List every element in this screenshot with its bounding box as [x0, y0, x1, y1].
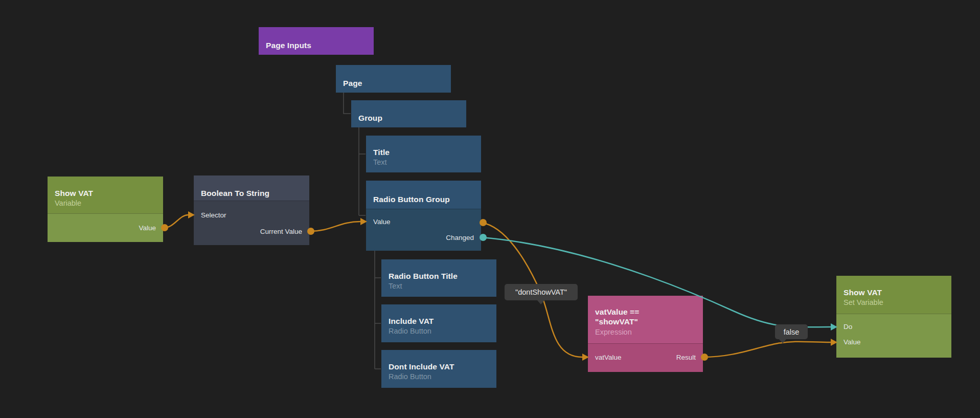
port-value[interactable]: Value: [836, 336, 951, 348]
node-title: Page: [343, 78, 444, 88]
node-title: Include VAT: [389, 316, 489, 326]
port-do[interactable]: Do: [836, 321, 951, 333]
port-changed[interactable]: Changed: [366, 232, 481, 244]
node-radio-button-group[interactable]: Radio Button Group Value Changed: [366, 181, 481, 251]
node-group[interactable]: Group: [351, 100, 466, 127]
port-selector[interactable]: Selector: [194, 209, 309, 222]
port-current-value[interactable]: Current Value: [194, 226, 309, 238]
node-subtitle: Expression: [595, 327, 696, 337]
node-title: Show VAT: [844, 288, 944, 297]
badge-pointer: [537, 300, 545, 304]
connection-value-badge: "dontShowVAT": [505, 284, 578, 300]
node-subtitle: Radio Button: [389, 326, 489, 336]
node-show-vat-set-variable[interactable]: Show VAT Set Variable Do Value: [836, 276, 951, 358]
port-result[interactable]: Result: [676, 351, 696, 364]
wire-result-to-setvalue[interactable]: [703, 342, 831, 357]
node-include-vat[interactable]: Include VAT Radio Button: [381, 304, 496, 342]
badge-label: false: [784, 328, 800, 336]
node-title: Radio Button Group: [373, 194, 474, 204]
wire-currentvalue-to-value[interactable]: [309, 222, 360, 231]
badge-label: "dontShowVAT": [515, 288, 567, 296]
node-title-line2: "showVAT": [595, 317, 696, 326]
node-radio-button-title[interactable]: Radio Button Title Text: [381, 259, 496, 297]
node-subtitle: Text: [373, 158, 474, 167]
node-page-inputs[interactable]: Page Inputs: [259, 27, 374, 55]
badge-pointer: [779, 339, 787, 343]
node-title-line1: vatValue ==: [595, 307, 696, 317]
node-title: Title: [373, 147, 474, 157]
tree-line-page-group: [344, 93, 351, 114]
node-expression[interactable]: vatValue == "showVAT" Expression vatValu…: [588, 296, 703, 372]
port-vatvalue[interactable]: vatValue: [595, 351, 622, 364]
node-editor-canvas[interactable]: Page Inputs Page Group Title Text Radio …: [0, 0, 980, 418]
node-page[interactable]: Page: [336, 65, 451, 93]
node-dont-include-vat[interactable]: Dont Include VAT Radio Button: [381, 350, 496, 388]
port-value[interactable]: Value: [366, 216, 481, 228]
wire-variable-to-selector[interactable]: [163, 215, 188, 228]
node-subtitle: Text: [389, 281, 489, 291]
port-value[interactable]: Value: [48, 222, 163, 234]
node-title: Dont Include VAT: [389, 362, 489, 371]
node-subtitle: Variable: [55, 199, 156, 208]
node-boolean-to-string[interactable]: Boolean To String Selector Current Value: [194, 175, 309, 245]
node-title: Show VAT: [55, 188, 156, 198]
node-title-text[interactable]: Title Text: [366, 136, 481, 172]
node-title: Group: [358, 113, 459, 123]
node-title: Radio Button Title: [389, 271, 489, 281]
node-subtitle: Set Variable: [844, 298, 944, 307]
node-title: Page Inputs: [266, 40, 367, 50]
node-title: Boolean To String: [201, 188, 302, 198]
connection-value-badge: false: [775, 324, 808, 339]
node-subtitle: Radio Button: [389, 372, 489, 382]
node-show-vat-variable[interactable]: Show VAT Variable Value: [48, 177, 163, 242]
